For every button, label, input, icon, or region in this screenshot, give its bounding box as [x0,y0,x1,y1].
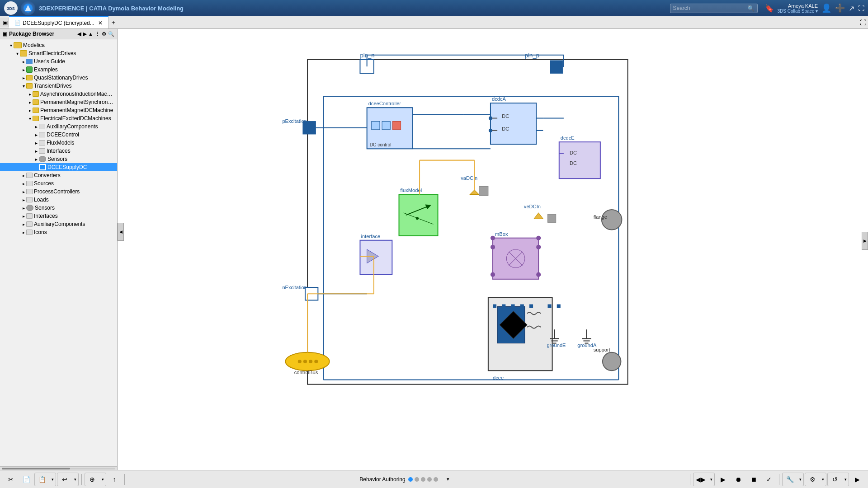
expand-icon[interactable]: ⛶ [858,17,868,28]
svg-text:DC: DC [570,160,577,166]
share-icon[interactable]: ↗ [849,4,854,13]
refresh-button[interactable]: ↺ [828,473,842,486]
svg-rect-4 [307,60,628,385]
search-panel-icon[interactable]: 🔍 [108,31,114,37]
tree-item-processcontrollers[interactable]: ▸ ProcessControllers [0,188,117,196]
dot-navigation [408,477,438,482]
user-avatar-icon[interactable]: 👤 [821,3,831,13]
settings-icon[interactable]: ⚙ [102,31,106,37]
diagram-nav-left[interactable]: ◀▶ [693,473,708,486]
user-space[interactable]: 3DS Collab Space ▾ [778,9,818,14]
svg-point-78 [303,360,307,363]
left-panel-collapse-button[interactable]: ◀ [118,223,124,241]
tree-container[interactable]: ▾ Modelica ▾ SmartElectricDrives ▸ User'… [0,39,117,466]
sep2 [124,474,125,485]
copy-button[interactable]: 📄 [19,473,33,486]
main-tab[interactable]: 📄 DCEESupplyDC (Encrypted... ✕ [9,16,108,28]
dot-nav-expand[interactable]: ▾ [441,473,455,486]
undo-button[interactable]: ↩ [57,473,72,486]
right-panel-collapse-button[interactable]: ▶ [862,232,868,250]
tree-item-examples[interactable]: ▸ Examples [0,66,117,74]
upload-button[interactable]: ↑ [107,473,122,486]
search-input[interactable] [673,5,745,11]
record-button[interactable]: ⏺ [731,473,745,486]
tree-item-sources[interactable]: ▸ Sources [0,179,117,188]
tree-scroll-thumb[interactable] [2,468,70,469]
play-button[interactable]: ▶ [716,473,730,486]
tree-item-modelica[interactable]: ▾ Modelica [0,41,117,49]
dot-5[interactable] [434,477,438,482]
svg-rect-36 [399,195,438,236]
refresh-dropdown[interactable]: ▾ [842,473,849,486]
tree-item-sensors[interactable]: ▸ Sensors [0,155,117,163]
dot-3[interactable] [421,477,425,482]
nav-forward-icon[interactable]: ▶ [83,31,86,37]
dot-4[interactable] [427,477,432,482]
sim-button[interactable]: 🔧 [783,473,797,486]
dot-2[interactable] [415,477,419,482]
search-icon[interactable]: 🔍 [747,5,755,12]
tab-add-icon[interactable]: ✕ [98,20,103,26]
app-icon [21,1,35,15]
svg-text:vaDCIn: vaDCIn [461,175,477,181]
svg-rect-22 [303,122,316,134]
tree-item-usersguide[interactable]: ▸ User's Guide [0,57,117,66]
nav-back-icon[interactable]: ◀ [77,31,81,37]
tree-item-sensors2[interactable]: ▸ Sensors [0,204,117,212]
tabbar: ▣ ≡ ⓘ 📄 DCEESupplyDC (Encrypted... ✕ ＋ ⛶ [0,16,868,29]
sim-dropdown[interactable]: ▾ [797,473,803,486]
tools-button[interactable]: ⚙ [805,473,820,486]
tree-item-quasistationary[interactable]: ▸ QuasiStationaryDrives [0,74,117,82]
tools-dropdown[interactable]: ▾ [820,473,826,486]
tree-item-converters[interactable]: ▸ Converters [0,171,117,179]
tree-item-auxcomp[interactable]: ▸ AuxiliaryComponents [0,122,117,131]
paste-dropdown[interactable]: ▾ [49,473,56,486]
new-tab-icon[interactable]: ＋ [108,17,118,28]
tree-item-asynch[interactable]: ▸ AsynchronousInductionMachi... [0,90,117,98]
svg-rect-20 [392,122,401,130]
nav-up-icon[interactable]: ▲ [88,31,93,37]
behavior-authoring-label: Behavior Authoring [359,476,405,483]
dot-1[interactable] [408,477,413,482]
svg-rect-7 [550,61,563,73]
canvas-area[interactable]: pin_n pin_p dceeController DC control [118,29,868,470]
svg-text:DC: DC [570,150,577,155]
connect-button[interactable]: ⊕ [85,473,99,486]
connect-dropdown[interactable]: ▾ [99,473,106,486]
search-bar: 🔍 [670,4,758,13]
more-button[interactable]: ▶ [850,473,864,486]
tree-item-transient[interactable]: ▾ TransientDrives [0,82,117,90]
tree-item-loads[interactable]: ▸ Loads [0,196,117,204]
stop-button[interactable]: ⏹ [746,473,761,486]
tree-item-icons[interactable]: ▸ Icons [0,228,117,236]
tree-item-dceesupplydc[interactable]: DCEESupplyDC [0,163,117,171]
tree-item-smartelectric[interactable]: ▾ SmartElectricDrives [0,49,117,57]
panel-toggle-icon[interactable]: ▣ [3,19,8,26]
paste-button[interactable]: 📋 [35,473,49,486]
maximize-icon[interactable]: ⛶ [858,5,864,12]
tree-item-dceecontrol[interactable]: ▸ DCEEControl [0,131,117,139]
undo-dropdown[interactable]: ▾ [72,473,78,486]
tree-item-fluxmodels[interactable]: ▸ FluxModels [0,139,117,147]
svg-point-79 [309,360,312,363]
svg-rect-18 [372,122,380,130]
svg-point-98 [536,236,541,240]
check-button[interactable]: ✓ [762,473,776,486]
tree-item-interfaces[interactable]: ▸ Interfaces [0,147,117,155]
tree-item-auxcomp2[interactable]: ▸ AuxiliaryComponents [0,220,117,228]
diagram-nav-dropdown[interactable]: ▾ [708,473,714,486]
add-icon[interactable]: ➕ [835,3,845,13]
tab-icon: 📄 [14,20,21,26]
tree-item-permmag[interactable]: ▸ PermanentMagnetSynchrono... [0,98,117,106]
svg-point-80 [314,360,318,363]
svg-marker-45 [534,213,543,219]
svg-text:mBox: mBox [495,231,508,237]
cut-button[interactable]: ✂ [4,473,18,486]
tree-item-electrical[interactable]: ▾ ElectricalExcitedDCMachines [0,114,117,122]
svg-text:DC: DC [502,114,509,119]
bookmark-icon[interactable]: 🔖 [765,4,774,13]
nav-tree-icon[interactable]: ⋮ [95,31,100,37]
tree-item-permmagdc[interactable]: ▸ PermanentMagnetDCMachine [0,106,117,114]
tree-scrollbar[interactable] [0,466,117,470]
tree-item-interfaces2[interactable]: ▸ Interfaces [0,212,117,220]
